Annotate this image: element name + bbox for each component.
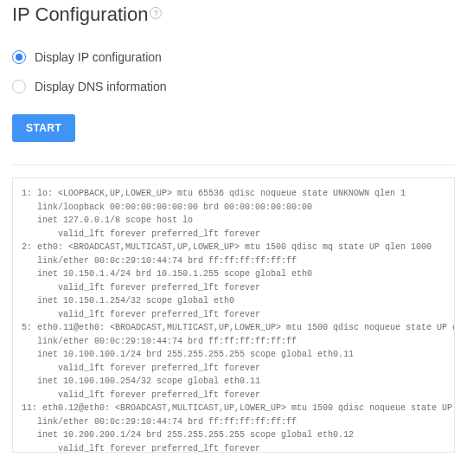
radio-display-dns[interactable]: Display DNS information <box>12 80 455 93</box>
command-output: 1: lo: <LOOPBACK,UP,LOWER_UP> mtu 65536 … <box>12 177 455 453</box>
radio-input-ip[interactable] <box>12 50 26 64</box>
radio-display-ip[interactable]: Display IP configuration <box>12 50 455 64</box>
start-button[interactable]: START <box>12 114 75 142</box>
page-title: IP Configuration <box>12 3 148 26</box>
help-icon[interactable]: ? <box>150 7 162 19</box>
radio-label-dns: Display DNS information <box>35 80 167 93</box>
display-option-group: Display IP configuration Display DNS inf… <box>12 50 455 93</box>
radio-label-ip: Display IP configuration <box>35 50 162 64</box>
section-divider <box>12 164 455 165</box>
radio-input-dns[interactable] <box>12 80 26 93</box>
